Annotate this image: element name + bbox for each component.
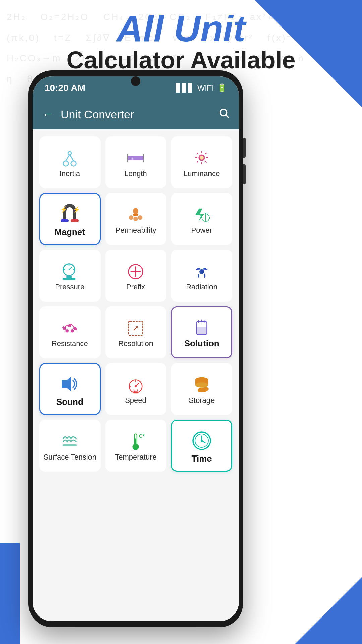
power-icon — [192, 205, 212, 226]
grid-item-radiation[interactable]: Radiation — [171, 250, 232, 302]
grid-item-luminance[interactable]: Luminance — [171, 136, 232, 188]
pressure-label: Pressure — [55, 283, 84, 291]
title-all-unit: All Unit — [0, 10, 362, 47]
unit-grid: Inertia| | | | |LengthLuminance⚡⚡MagnetP… — [39, 136, 232, 472]
magnet-label: Magnet — [55, 227, 85, 237]
svg-line-1 — [226, 115, 229, 118]
svg-line-61 — [134, 389, 134, 391]
svg-point-6 — [68, 151, 71, 155]
signal-icon: ▋▋▋ — [176, 83, 194, 93]
resolution-label: Resolution — [118, 339, 153, 348]
svg-line-5 — [70, 154, 74, 161]
svg-line-34 — [69, 267, 72, 270]
svg-line-20 — [205, 161, 206, 162]
speed-icon — [126, 375, 145, 396]
title-area: All Unit Calculator Available — [0, 10, 362, 73]
grid-item-power[interactable]: Power — [171, 193, 232, 245]
storage-icon — [192, 375, 212, 396]
speed-label: Speed — [125, 396, 146, 405]
svg-point-59 — [135, 385, 137, 387]
grid-item-resistance[interactable]: Resistance — [39, 306, 101, 358]
back-button[interactable]: ← — [42, 107, 54, 121]
inertia-icon — [60, 149, 79, 169]
svg-point-66 — [195, 382, 208, 387]
svg-marker-54 — [62, 377, 71, 391]
svg-text:⚡: ⚡ — [73, 206, 80, 213]
search-button[interactable] — [218, 107, 230, 121]
svg-rect-50 — [196, 327, 207, 334]
grid-item-solution[interactable]: Solution — [171, 306, 232, 358]
resistance-label: Resistance — [52, 339, 88, 348]
grid-item-permeability[interactable]: Permeability — [105, 193, 167, 245]
svg-text:C°: C° — [139, 433, 145, 439]
blue-bar-left — [0, 543, 20, 644]
svg-point-77 — [201, 440, 203, 442]
title-subtitle: Calculator Available — [0, 47, 362, 73]
svg-line-17 — [197, 153, 198, 154]
permeability-icon — [126, 205, 145, 226]
temperature-label: Temperature — [115, 453, 157, 462]
storage-label: Storage — [189, 396, 215, 405]
radiation-icon — [192, 262, 212, 283]
resistance-icon — [60, 319, 79, 339]
svg-point-24 — [129, 215, 134, 220]
svg-point-46 — [71, 329, 74, 332]
power-label: Power — [191, 226, 212, 235]
prefix-label: Prefix — [126, 283, 145, 291]
svg-line-62 — [137, 389, 138, 391]
app-bar: ← Unit Converter — [33, 99, 239, 129]
battery-icon: 🔋 — [217, 83, 227, 93]
inertia-label: Inertia — [60, 169, 80, 178]
svg-point-23 — [133, 208, 138, 214]
phone-frame: 10:20 AM ▋▋▋ WiFi 🔋 ← Unit Converter Ine… — [28, 70, 243, 627]
time-label: Time — [192, 453, 212, 464]
svg-line-4 — [66, 154, 70, 161]
temperature-icon: C° — [126, 432, 145, 453]
grid-item-prefix[interactable]: Prefix — [105, 250, 167, 302]
surface_tension-icon — [60, 432, 79, 453]
grid-item-pressure[interactable]: Pressure — [39, 250, 101, 302]
surface_tension-label: Surface Tension — [44, 453, 96, 462]
grid-item-resolution[interactable]: Resolution — [105, 306, 167, 358]
sound-label: Sound — [56, 397, 83, 407]
grid-item-magnet[interactable]: ⚡⚡Magnet — [39, 193, 101, 245]
solution-label: Solution — [184, 338, 219, 349]
svg-rect-60 — [133, 391, 138, 393]
grid-item-time[interactable]: Time — [171, 420, 232, 472]
luminance-label: Luminance — [184, 169, 220, 178]
svg-text:⚡: ⚡ — [60, 206, 68, 213]
svg-point-12 — [200, 156, 204, 160]
status-time: 10:20 AM — [45, 83, 85, 93]
resolution-icon — [126, 319, 145, 339]
prefix-icon — [126, 262, 145, 283]
grid-item-temperature[interactable]: C°Temperature — [105, 420, 167, 472]
wifi-icon: WiFi — [197, 83, 214, 93]
radiation-label: Radiation — [186, 283, 217, 291]
svg-point-42 — [199, 269, 204, 274]
svg-line-19 — [197, 161, 198, 162]
svg-point-71 — [132, 443, 139, 450]
grid-item-storage[interactable]: Storage — [171, 363, 232, 415]
svg-rect-68 — [63, 444, 77, 446]
permeability-label: Permeability — [115, 226, 156, 235]
grid-item-inertia[interactable]: Inertia — [39, 136, 101, 188]
phone-screen: 10:20 AM ▋▋▋ WiFi 🔋 ← Unit Converter Ine… — [33, 76, 239, 621]
svg-point-26 — [138, 215, 143, 220]
time-icon — [190, 429, 213, 453]
length-label: Length — [124, 169, 147, 178]
svg-rect-36 — [63, 278, 76, 280]
length-icon: | | | | | — [126, 149, 145, 169]
svg-point-3 — [71, 161, 76, 166]
svg-point-47 — [66, 329, 69, 332]
grid-item-surface_tension[interactable]: Surface Tension — [39, 420, 101, 472]
grid-item-sound[interactable]: Sound — [39, 363, 101, 415]
svg-line-18 — [205, 153, 206, 154]
grid-item-length[interactable]: | | | | |Length — [105, 136, 167, 188]
grid-item-speed[interactable]: Speed — [105, 363, 167, 415]
magnet-icon: ⚡⚡ — [58, 202, 81, 227]
svg-rect-27 — [133, 214, 138, 216]
svg-point-0 — [220, 109, 227, 116]
svg-point-2 — [63, 161, 68, 166]
app-bar-title: Unit Converter — [61, 108, 212, 121]
svg-text:|  |  |  |  |: | | | | | — [129, 157, 134, 160]
